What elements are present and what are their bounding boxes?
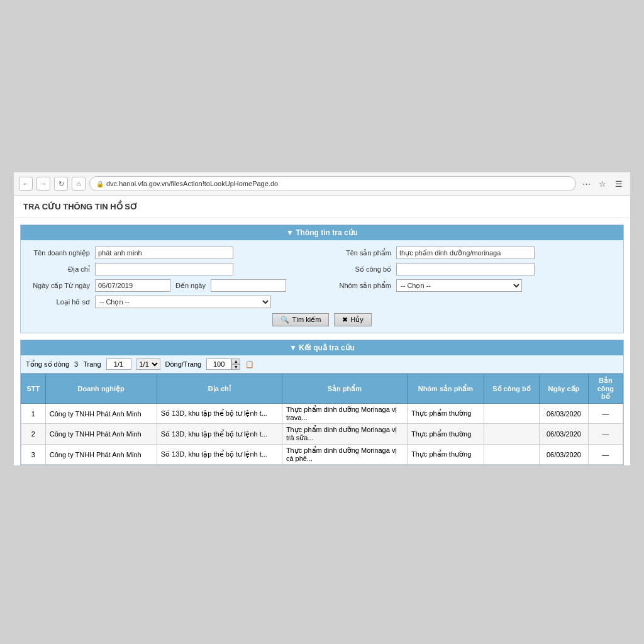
cancel-icon: ✖ [342, 316, 348, 324]
results-toolbar: Tổng số dòng 3 Trang 1/1 Dòng/Trang ▲ ▼ [21, 355, 623, 374]
form-half-right-1: Tên sản phẩm [328, 247, 617, 259]
loai-ho-so-select[interactable]: -- Chọn -- [95, 296, 271, 308]
menu-button[interactable]: ☰ [613, 177, 625, 190]
search-panel: ▼ Thông tin tra cứu Tên doanh nghiệp Tên… [20, 225, 624, 333]
home-button[interactable]: ⌂ [72, 177, 86, 191]
form-half-right-3: Nhóm sản phẩm -- Chọn -- [328, 279, 617, 292]
ten-sp-input[interactable] [396, 247, 535, 259]
ten-sp-label: Tên sản phẩm [328, 249, 391, 257]
cancel-button[interactable]: ✖ Hủy [334, 313, 371, 326]
cell-dc: Số 13D, khu tập thể bộ tư lệnh t... [157, 445, 282, 465]
cell-scb [484, 424, 540, 445]
forward-button[interactable]: → [36, 177, 50, 191]
col-header-dn: Doanh nghiệp [45, 374, 157, 404]
cell-dn: Công ty TNHH Phát Anh Minh [45, 404, 157, 424]
form-half-right-2: Số công bố [328, 263, 617, 275]
loai-ho-so-label: Loại hồ sơ [27, 298, 90, 306]
search-label: Tìm kiếm [292, 316, 321, 324]
col-header-dc: Địa chỉ [157, 374, 282, 404]
cell-sp: Thực phẩm dinh dưỡng Morinaga vị trà sữa… [282, 424, 407, 445]
cell-stt: 1 [21, 404, 46, 424]
ten-dn-label: Tên doanh nghiệp [27, 249, 90, 257]
browser-toolbar: ← → ↻ ⌂ 🔒 dvc.hanoi.vfa.gov.vn/filesActi… [14, 172, 630, 196]
address-bar[interactable]: 🔒 dvc.hanoi.vfa.gov.vn/filesAction!toLoo… [89, 176, 576, 191]
results-table: STT Doanh nghiệp Địa chỉ Sản phẩm Nhóm s… [21, 374, 623, 465]
url-text: dvc.hanoi.vfa.gov.vn/filesAction!toLookU… [106, 180, 278, 187]
trang-label: Trang [83, 360, 101, 368]
nhom-sp-select[interactable]: -- Chọn -- [396, 279, 522, 292]
cell-dc: Số 13D, khu tập thể bộ tư lệnh t... [157, 404, 282, 424]
tong-so-dong-label: Tổng số dòng [26, 360, 69, 369]
cell-dn: Công ty TNHH Phát Anh Minh [45, 445, 157, 465]
cell-ngay: 06/03/2020 [540, 424, 588, 445]
form-half-left-3: Ngày cấp Từ ngày Đến ngày [27, 279, 316, 292]
form-half-left-2: Địa chỉ [27, 263, 316, 275]
nhom-sp-label: Nhóm sản phẩm [328, 282, 391, 290]
lock-icon: 🔒 [96, 180, 104, 187]
so-cong-bo-label: Số công bố [328, 265, 391, 274]
form-row-3: Ngày cấp Từ ngày Đến ngày Nhóm sản phẩm … [27, 279, 617, 292]
trang-input[interactable] [106, 358, 131, 370]
cell-ban: — [588, 424, 623, 445]
dong-trang-input[interactable] [206, 358, 231, 370]
results-panel: ▼ Kết quả tra cứu Tổng số dòng 3 Trang 1… [20, 340, 624, 465]
search-panel-header: ▼ Thông tin tra cứu [21, 225, 623, 240]
col-header-ngay: Ngày cấp [540, 374, 588, 404]
col-header-nhom: Nhóm sản phẩm [408, 374, 484, 404]
cell-stt: 3 [21, 445, 46, 465]
den-ngay-input[interactable] [211, 279, 286, 292]
cell-scb [484, 404, 540, 424]
form-half-left-1: Tên doanh nghiệp [27, 247, 316, 259]
cell-dc: Số 13D, khu tập thể bộ tư lệnh t... [157, 424, 282, 445]
page-title: TRA CỨU THÔNG TIN HỒ SƠ [14, 196, 630, 218]
refresh-button[interactable]: ↻ [54, 177, 68, 191]
cell-ngay: 06/03/2020 [540, 445, 588, 465]
tong-so-dong-value: 3 [74, 360, 78, 368]
ten-dn-input[interactable] [95, 247, 233, 259]
cell-nhom: Thực phẩm thường [408, 404, 484, 424]
table-row: 3 Công ty TNHH Phát Anh Minh Số 13D, khu… [21, 445, 623, 465]
cell-ngay: 06/03/2020 [540, 404, 588, 424]
cell-dn: Công ty TNHH Phát Anh Minh [45, 424, 157, 445]
table-row: 2 Công ty TNHH Phát Anh Minh Số 13D, khu… [21, 424, 623, 445]
dia-chi-input[interactable] [95, 263, 233, 275]
bookmark-button[interactable]: ☆ [596, 177, 609, 190]
tu-ngay-input[interactable] [95, 279, 170, 292]
cell-ban: — [588, 445, 623, 465]
stepper-down-button[interactable]: ▼ [231, 364, 240, 370]
cell-ban: — [588, 404, 623, 424]
cancel-label: Hủy [350, 316, 363, 324]
den-ngay-label: Đến ngày [175, 282, 206, 290]
search-panel-body: Tên doanh nghiệp Tên sản phẩm Địa chỉ [21, 240, 623, 333]
cell-stt: 2 [21, 424, 46, 445]
cell-nhom: Thực phẩm thường [408, 445, 484, 465]
page-content: TRA CỨU THÔNG TIN HỒ SƠ ▼ Thông tin tra … [14, 196, 630, 465]
cell-sp: Thực phẩm dinh dưỡng Morinaga vị trava..… [282, 404, 407, 424]
search-icon: 🔍 [280, 316, 289, 324]
col-header-sp: Sản phẩm [282, 374, 407, 404]
search-button[interactable]: 🔍 Tìm kiếm [272, 313, 329, 326]
stepper-up-button[interactable]: ▲ [231, 358, 240, 364]
dia-chi-label: Địa chỉ [27, 265, 90, 274]
cell-sp: Thực phẩm dinh dưỡng Morinaga vị cà phê.… [282, 445, 407, 465]
ngay-cap-label: Ngày cấp Từ ngày [27, 282, 90, 290]
table-row: 1 Công ty TNHH Phát Anh Minh Số 13D, khu… [21, 404, 623, 424]
col-header-stt: STT [21, 374, 46, 404]
trang-select[interactable]: 1/1 [136, 358, 160, 370]
dong-trang-label: Dòng/Trang [165, 360, 202, 368]
form-row-2: Địa chỉ Số công bố [27, 263, 617, 275]
search-buttons: 🔍 Tìm kiếm ✖ Hủy [27, 313, 617, 326]
so-cong-bo-input[interactable] [396, 263, 535, 275]
col-header-ban: Bản công bố [588, 374, 623, 404]
browser-icons: ⋯ ☆ ☰ [580, 177, 625, 190]
export-icon[interactable]: 📋 [245, 360, 254, 369]
form-row-4: Loại hồ sơ -- Chọn -- [27, 296, 617, 308]
cell-nhom: Thực phẩm thường [408, 424, 484, 445]
back-button[interactable]: ← [19, 177, 33, 191]
form-row-1: Tên doanh nghiệp Tên sản phẩm [27, 247, 617, 259]
col-header-scb: Số công bố [484, 374, 540, 404]
results-panel-header: ▼ Kết quả tra cứu [21, 340, 623, 355]
extensions-button[interactable]: ⋯ [580, 177, 592, 190]
cell-scb [484, 445, 540, 465]
